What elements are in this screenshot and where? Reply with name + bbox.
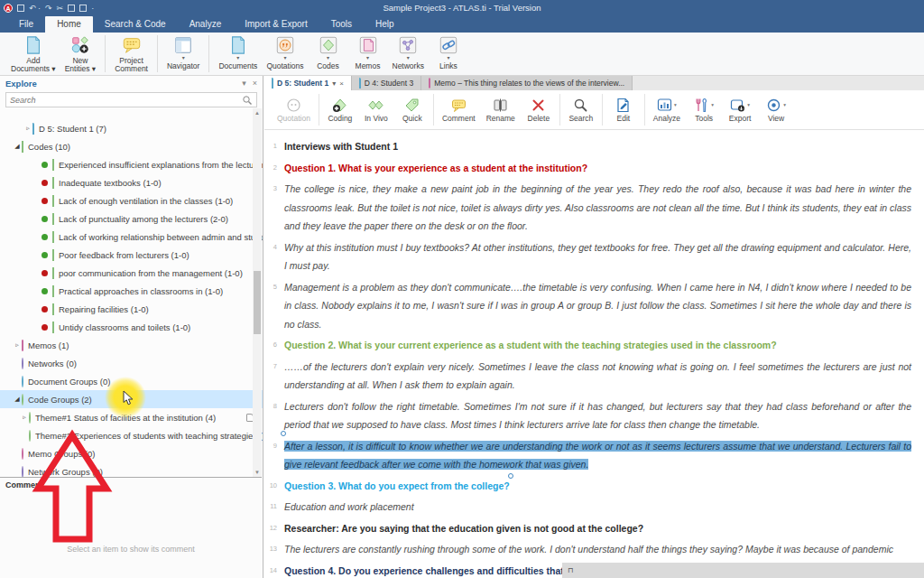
toolbar-separator [319, 94, 319, 126]
tree-item[interactable]: Networks (0) [0, 354, 263, 372]
tree-expand-icon[interactable]: ◢ [13, 396, 22, 403]
navigator-button[interactable]: ▾ Navigator [162, 34, 204, 73]
view-button[interactable]: ▾ View [758, 98, 794, 123]
scroll-up-icon[interactable]: ▲ [253, 108, 262, 117]
redo-icon[interactable]: ↷ [45, 4, 52, 13]
menu-tab-import-export[interactable]: Import & Export [233, 16, 319, 33]
document-content[interactable]: 1 Interviews with Student 1 2 Question 1… [264, 132, 924, 578]
coding-button[interactable]: Coding [322, 98, 358, 123]
tree-item[interactable]: Memo Groups (0) [0, 444, 263, 462]
edit-button[interactable]: Edit [605, 98, 642, 123]
tree-item[interactable]: Lack of working relationship between adm… [0, 228, 263, 246]
add-documents-button[interactable]: AddDocuments ▾ [6, 34, 60, 73]
document-tab[interactable]: D 5: Student 1 ▾ × [264, 76, 352, 90]
copy-icon[interactable] [68, 5, 75, 12]
line-text[interactable]: Lecturers don't follow the right timetab… [284, 397, 911, 434]
tree-item[interactable]: Repairing facilities (1-0) [0, 300, 263, 318]
analyze-button[interactable]: ▾ Analyze [648, 98, 686, 123]
tree-expand-icon[interactable]: ◢ [13, 143, 22, 150]
tree-expand-icon[interactable]: ▹ [20, 414, 29, 421]
qat-dropdown-icon[interactable]: · [91, 4, 94, 13]
menu-tab-analyze[interactable]: Analyze [178, 16, 234, 33]
search-button[interactable]: Search [563, 98, 599, 123]
line-text[interactable]: Researcher: Are you saying that the educ… [284, 519, 911, 538]
quotation-button[interactable]: Quotation [272, 98, 316, 123]
paste-icon[interactable] [79, 5, 87, 12]
tree-item[interactable]: ▹ Memos (1) [0, 336, 263, 354]
line-text[interactable]: The college is nice, they make a new pai… [284, 180, 911, 236]
selection-start-handle[interactable] [281, 431, 286, 436]
codes-button[interactable]: ▾ Codes [309, 34, 348, 73]
menu-tab-file[interactable]: File [7, 16, 45, 33]
line-number: 12 [266, 519, 284, 538]
tree-item[interactable]: ◢ Code Groups (2) [0, 390, 263, 408]
export-button[interactable]: ▾ Export [722, 98, 758, 123]
close-icon[interactable]: × [339, 79, 344, 88]
line-text[interactable]: Question 2. What is your current experie… [284, 336, 911, 355]
save-icon[interactable] [17, 5, 24, 12]
documents-button[interactable]: ▾ Documents [214, 34, 262, 73]
tree-item[interactable]: Practical approaches in classrooms in (1… [0, 282, 263, 300]
tree-item-icon [22, 142, 23, 152]
quick-button[interactable]: Quick [394, 98, 430, 123]
tree-item[interactable]: Untidy classrooms and toilets (1-0) [0, 318, 263, 336]
menu-tab-home[interactable]: Home [45, 16, 93, 33]
document-tabs: D 5: Student 1 ▾ × D 4: Student 3 Memo –… [264, 76, 924, 90]
menu-tab-tools[interactable]: Tools [319, 16, 364, 33]
tree-item[interactable]: Inadequate textbooks (1-0) [0, 173, 263, 191]
project-comment-button[interactable]: ProjectComment [110, 34, 152, 73]
line-text[interactable]: Question 1. What is your experience as a… [284, 159, 911, 178]
line-text[interactable]: Question 3. What do you expect from the … [284, 477, 911, 496]
tree-expand-icon[interactable]: ▹ [23, 125, 32, 132]
line-text[interactable]: The lecturers are constantly rushing thr… [284, 540, 911, 559]
undo-icon[interactable]: ↶ · [29, 4, 41, 13]
document-tab[interactable]: D 4: Student 3 [352, 76, 421, 90]
sidebar-scrollbar[interactable]: ▲ ▼ [253, 108, 262, 477]
tree-item[interactable]: ◢ Codes (10) [0, 137, 263, 155]
tree-item[interactable]: poor communication from the management (… [0, 264, 263, 282]
line-text[interactable]: After a lesson, it is difficult to know … [284, 437, 911, 474]
tree-item[interactable]: Lack of punctuality among the lecturers … [0, 210, 263, 228]
delete-button[interactable]: Delete [521, 98, 557, 123]
panel-close-icon[interactable]: × [253, 79, 257, 88]
tree-item[interactable]: Lack of enough ventilation in the classe… [0, 191, 263, 210]
menu-tab-search-code[interactable]: Search & Code [93, 16, 178, 33]
panel-collapse-icon[interactable]: ▾ [242, 79, 246, 88]
tree-item-label: Lack of working relationship between adm… [59, 232, 263, 242]
chevron-down-icon[interactable]: ▾ [332, 79, 336, 88]
memos-button[interactable]: ▾ Memos [348, 34, 388, 73]
scrollbar-thumb[interactable] [254, 271, 261, 334]
selection-end-handle[interactable] [508, 473, 513, 479]
comment-button[interactable]: Comment [437, 98, 481, 123]
networks-button[interactable]: ▾ Networks [388, 34, 429, 73]
scroll-down-icon[interactable]: ▼ [253, 468, 262, 477]
tree-item[interactable]: Network Groups (0) [0, 462, 263, 477]
sidebar-search[interactable] [5, 92, 257, 107]
tree-item[interactable]: Theme#2 Experiences of students with tea… [0, 426, 263, 444]
menu-tab-help[interactable]: Help [364, 16, 406, 33]
tree-item[interactable]: Experienced insufficient explanations fr… [0, 155, 263, 173]
toolbar-separator [559, 94, 560, 126]
cut-icon[interactable]: ✂ [57, 4, 64, 13]
tree-item[interactable]: ▹ D 5: Student 1 (7) [0, 119, 263, 137]
rename-button[interactable]: Rename [481, 98, 521, 123]
tree-item[interactable]: Poor feedback from lecturers (1-0) [0, 246, 263, 264]
code-color-dot [42, 306, 48, 312]
tools-button[interactable]: ▾ Tools [686, 98, 722, 123]
document-tab[interactable]: Memo – This thing relates to the views o… [421, 76, 633, 90]
bottom-strip: ⊓ [562, 563, 924, 578]
links-button[interactable]: ▾ Links [429, 34, 468, 73]
line-text[interactable]: Management is a problem as they don't co… [284, 278, 911, 334]
line-text[interactable]: ……of the lecturers don't explain very ni… [284, 358, 911, 395]
search-input[interactable] [10, 96, 242, 105]
in-vivo-button[interactable]: In Vivo [358, 98, 394, 123]
tree-item[interactable]: Document Groups (0) [0, 372, 263, 390]
new-entities-button[interactable]: NewEntities ▾ [60, 34, 101, 73]
tree-item[interactable]: ▹ Theme#1 Status of facilities at the in… [0, 408, 263, 426]
tree-item-icon [22, 395, 23, 405]
line-text[interactable]: Why at this institution must I buy textb… [284, 238, 911, 275]
line-text[interactable]: Interviews with Student 1 [284, 137, 911, 156]
tree-expand-icon[interactable]: ▹ [13, 341, 22, 349]
quotations-button[interactable]: ▾ Quotations [262, 34, 308, 73]
line-text[interactable]: Education and work placement [284, 498, 911, 517]
